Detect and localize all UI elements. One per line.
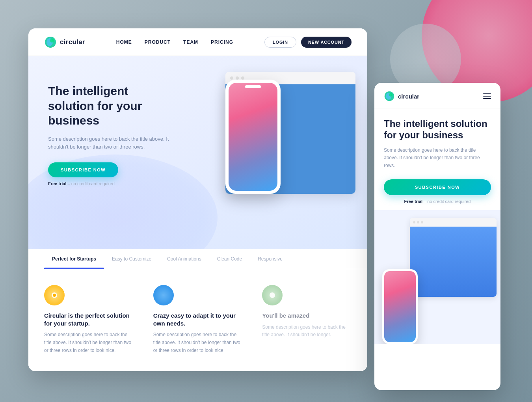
free-trial-text: Free trial – no credit card required bbox=[48, 181, 170, 186]
feature-title-2: Crazy easy to adapt it to your own needs… bbox=[153, 312, 243, 327]
tabs-section: Perfect for Startups Easy to Customize C… bbox=[28, 249, 367, 269]
free-trial-label: Free trial bbox=[48, 181, 66, 186]
feature-icon-1 bbox=[44, 285, 65, 305]
mobile-browser-dot-1 bbox=[413, 221, 415, 223]
mobile-hero: The intelligent solution for your busine… bbox=[374, 108, 500, 210]
svg-point-8 bbox=[389, 93, 392, 97]
feature-card-2: Crazy easy to adapt it to your own needs… bbox=[153, 285, 243, 354]
mobile-browser-content bbox=[410, 227, 497, 297]
svg-point-2 bbox=[50, 39, 54, 43]
sun-icon bbox=[49, 290, 60, 300]
feature-icon-2 bbox=[153, 285, 174, 305]
hamburger-menu[interactable] bbox=[483, 93, 491, 99]
navbar-logo-text: circular bbox=[60, 38, 85, 46]
mobile-free-trial: Free trial – no credit card required bbox=[384, 199, 491, 210]
crescent-icon bbox=[158, 290, 169, 300]
feature-icon-3 bbox=[262, 285, 283, 305]
nav-product[interactable]: PRODUCT bbox=[145, 39, 171, 45]
tab-perfect-startups[interactable]: Perfect for Startups bbox=[44, 249, 104, 269]
mobile-logo-text: circular bbox=[398, 93, 419, 100]
mobile-card-header: circular bbox=[374, 83, 500, 108]
feature-desc-2: Some description goes here to back the t… bbox=[153, 331, 243, 354]
mobile-card: circular The intelligent solution for yo… bbox=[374, 83, 500, 390]
tab-clean-code[interactable]: Clean Code bbox=[209, 249, 250, 269]
mobile-browser-window bbox=[410, 218, 497, 297]
free-trial-suffix: – no credit card required bbox=[68, 181, 115, 186]
main-desktop-card: circular HOME PRODUCT TEAM PRICING LOGIN… bbox=[28, 28, 367, 371]
mobile-mockup-area bbox=[374, 210, 500, 344]
phone-notch bbox=[245, 85, 261, 88]
feature-title-3: You'll be amazed bbox=[262, 312, 352, 320]
logo-icon bbox=[44, 36, 57, 48]
mobile-phone-screen bbox=[384, 271, 416, 342]
hamburger-line-2 bbox=[483, 96, 491, 97]
tab-cool-animations[interactable]: Cool Animations bbox=[159, 249, 209, 269]
mobile-browser-bar bbox=[410, 218, 497, 227]
tabs-nav: Perfect for Startups Easy to Customize C… bbox=[44, 249, 352, 269]
hero-section: The intelligent solution for your busine… bbox=[28, 56, 367, 249]
logo-area: circular bbox=[44, 36, 85, 48]
feature-desc-1: Some description goes here to back the t… bbox=[44, 331, 134, 354]
svg-point-4 bbox=[53, 294, 56, 297]
phone-mockup bbox=[225, 80, 281, 194]
browser-dot-2 bbox=[236, 76, 239, 80]
hero-description: Some description goes here to back the t… bbox=[48, 135, 170, 152]
mobile-hero-description: Some description goes here to back the t… bbox=[384, 147, 491, 170]
feature-title-1: Circular is the perfect solution for you… bbox=[44, 312, 134, 327]
browser-dot-1 bbox=[230, 76, 233, 80]
new-account-button[interactable]: NEW ACCOUNT bbox=[301, 37, 352, 48]
navbar: circular HOME PRODUCT TEAM PRICING LOGIN… bbox=[28, 28, 367, 56]
hero-content: The intelligent solution for your busine… bbox=[48, 84, 170, 186]
tab-responsive[interactable]: Responsive bbox=[250, 249, 290, 269]
features-section: Circular is the perfect solution for you… bbox=[28, 269, 367, 366]
mobile-logo-area: circular bbox=[384, 91, 419, 102]
mobile-free-trial-suffix: – no credit card required bbox=[424, 199, 471, 204]
nav-team[interactable]: TEAM bbox=[183, 39, 198, 45]
mobile-logo-icon bbox=[384, 91, 395, 102]
feature-desc-3: Some description goes here to back the t… bbox=[262, 324, 352, 339]
mobile-browser-dot-2 bbox=[417, 221, 419, 223]
mobile-subscribe-button[interactable]: SUBSCRIBE NOW bbox=[384, 179, 491, 195]
hero-mockup bbox=[202, 60, 359, 241]
subscribe-button[interactable]: SUBSCRIBE NOW bbox=[48, 162, 118, 177]
feature-card-3: You'll be amazed Some description goes h… bbox=[262, 285, 352, 354]
hamburger-line-3 bbox=[483, 98, 491, 99]
nav-home[interactable]: HOME bbox=[116, 39, 132, 45]
feature-card-1: Circular is the perfect solution for you… bbox=[44, 285, 134, 354]
browser-dot-3 bbox=[241, 76, 244, 80]
mobile-hero-title: The intelligent solution for your busine… bbox=[384, 118, 491, 141]
circle-icon bbox=[267, 290, 277, 300]
nav-links: HOME PRODUCT TEAM PRICING bbox=[116, 39, 233, 45]
hero-title: The intelligent solution for your busine… bbox=[48, 84, 170, 128]
phone-screen bbox=[229, 83, 277, 191]
mobile-browser-dot-3 bbox=[421, 221, 423, 223]
hamburger-line-1 bbox=[483, 93, 491, 94]
nav-pricing[interactable]: PRICING bbox=[211, 39, 233, 45]
nav-actions: LOGIN NEW ACCOUNT bbox=[264, 37, 352, 48]
mobile-phone-mockup bbox=[382, 269, 418, 344]
pagination-area: ‹ › bbox=[28, 366, 367, 371]
mobile-free-trial-label: Free trial bbox=[404, 199, 422, 204]
tab-easy-customize[interactable]: Easy to Customize bbox=[104, 249, 159, 269]
svg-point-5 bbox=[270, 292, 275, 298]
login-button[interactable]: LOGIN bbox=[264, 37, 296, 48]
